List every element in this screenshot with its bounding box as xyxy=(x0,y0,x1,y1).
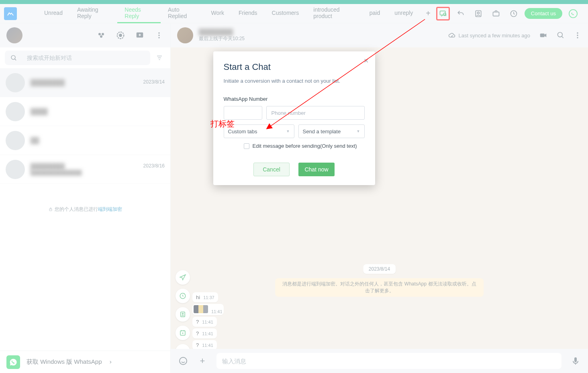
mic-icon[interactable] xyxy=(570,356,581,366)
message-time: 11:41 xyxy=(202,320,213,324)
tab-introduced-product[interactable]: introduced product xyxy=(306,4,362,23)
chat-item-avatar xyxy=(6,131,25,150)
chat-now-button[interactable]: Chat now xyxy=(298,163,335,176)
svg-point-6 xyxy=(569,9,577,17)
modal-number-label: WhatsApp Number xyxy=(224,96,365,102)
contact-us-button[interactable]: Contact us xyxy=(525,8,562,19)
chat-item-avatar xyxy=(6,160,25,179)
svg-point-11 xyxy=(119,34,122,37)
left-header-tools xyxy=(96,31,164,40)
side-contact-icon[interactable] xyxy=(176,307,190,322)
compose-bar: + xyxy=(171,349,588,373)
chat-item-name: ████ xyxy=(31,108,48,115)
svg-rect-18 xyxy=(540,33,545,37)
svg-rect-29 xyxy=(574,357,577,362)
phone-number-input[interactable] xyxy=(266,106,365,120)
checkbox-icon[interactable] xyxy=(244,143,249,149)
tab-unread[interactable]: Unread xyxy=(37,4,70,23)
chat-menu-icon[interactable] xyxy=(574,31,582,39)
svg-point-22 xyxy=(577,37,578,38)
chat-item-name: ██ xyxy=(31,137,39,144)
message-bubble[interactable]: hi11:37 xyxy=(192,292,218,302)
tab-auto-replied[interactable]: Auto Replied xyxy=(161,4,204,23)
add-tab-button[interactable]: + xyxy=(420,9,436,18)
svg-point-3 xyxy=(477,12,479,14)
left-footer[interactable]: 获取 Windows 版 WhatsApp xyxy=(0,351,170,373)
svg-rect-17 xyxy=(49,209,52,211)
custom-tabs-label: Custom tabs xyxy=(228,128,257,135)
tab-awaiting-reply[interactable]: Awaiting Reply xyxy=(70,4,117,23)
chat-list-item[interactable]: ████ xyxy=(0,97,170,126)
status-icon[interactable] xyxy=(116,31,125,40)
start-chat-modal: ✕ Start a Chat Initiate a conversion wit… xyxy=(213,51,375,185)
toolbar-right: Contact us xyxy=(436,7,584,20)
chat-list-item[interactable]: ████████2023/8/14 xyxy=(0,68,170,97)
chat-title: ████████ xyxy=(199,29,245,35)
tab-friends[interactable]: Friends xyxy=(231,4,265,23)
briefcase-icon[interactable] xyxy=(489,7,503,20)
message-bubble[interactable]: ?11:41 xyxy=(192,340,217,349)
message-time: 11:37 xyxy=(203,295,214,300)
start-chat-icon[interactable] xyxy=(436,7,450,20)
svg-point-16 xyxy=(11,55,15,59)
chat-list-item[interactable]: ███████████████████████2023/8/16 xyxy=(0,155,170,184)
chat-list-item[interactable]: ██ xyxy=(0,126,170,155)
tabs-container: UnreadAwaiting ReplyNeeds ReplyAuto Repl… xyxy=(37,4,420,23)
chat-list: ████████2023/8/14███████████████████████… xyxy=(0,68,170,198)
send-template-select[interactable]: Send a template ▼ xyxy=(298,124,365,138)
new-chat-icon[interactable] xyxy=(135,31,145,40)
menu-dots-icon[interactable] xyxy=(154,31,164,40)
svg-point-9 xyxy=(100,35,102,38)
message-bubble[interactable]: ?11:41 xyxy=(192,328,217,338)
tab-paid[interactable]: paid xyxy=(362,4,387,23)
reply-icon[interactable] xyxy=(454,7,468,20)
top-tab-bar: UnreadAwaiting ReplyNeeds ReplyAuto Repl… xyxy=(0,4,588,23)
tab-work[interactable]: Work xyxy=(204,4,231,23)
chat-avatar[interactable] xyxy=(177,27,193,43)
date-chip: 2023/8/14 xyxy=(363,264,396,274)
top-stripe xyxy=(0,0,588,4)
cancel-button[interactable]: Cancel xyxy=(253,163,290,176)
search-box[interactable] xyxy=(5,51,150,65)
search-in-chat-icon[interactable] xyxy=(557,31,565,39)
message-time: 11:41 xyxy=(202,343,213,348)
message-bubble[interactable]: ?11:41 xyxy=(192,317,217,327)
tab-unreply[interactable]: unreply xyxy=(387,4,420,23)
security-banner[interactable]: 消息都是进行端到端加密。对话之外的任何人，甚至包含 WhatsApp 都无法读取… xyxy=(275,278,484,297)
video-call-icon[interactable] xyxy=(539,31,548,40)
filter-icon[interactable] xyxy=(153,52,165,64)
side-calendar-icon[interactable] xyxy=(176,326,190,340)
modal-subtitle: Initiate a conversion with a contact not… xyxy=(224,78,365,84)
clock-icon[interactable] xyxy=(507,7,521,20)
tab-needs-reply[interactable]: Needs Reply xyxy=(117,4,161,23)
svg-point-15 xyxy=(158,37,159,38)
country-code-select[interactable] xyxy=(224,106,262,120)
modal-close-icon[interactable]: ✕ xyxy=(361,55,371,67)
chevron-down-icon: ▼ xyxy=(357,129,360,133)
whatsapp-badge-icon xyxy=(6,355,20,369)
message-image-thumb xyxy=(194,305,208,313)
left-panel: ████████2023/8/14███████████████████████… xyxy=(0,23,171,373)
message-text: hi xyxy=(196,294,200,300)
my-avatar[interactable] xyxy=(6,27,22,43)
message-bubbles: hi11:3711:41?11:41?11:41?11:41 xyxy=(192,292,224,349)
chat-item-avatar xyxy=(6,73,25,92)
custom-tabs-select[interactable]: Custom tabs ▼ xyxy=(224,124,294,138)
attach-icon[interactable]: + xyxy=(197,356,208,366)
tab-customers[interactable]: Customers xyxy=(265,4,306,23)
side-folder-icon[interactable] xyxy=(176,344,190,349)
edit-before-send-row[interactable]: Edit message before sending(Only send te… xyxy=(244,143,365,149)
encryption-notice: 您的个人消息已进行端到端加密 xyxy=(0,198,170,221)
emoji-icon[interactable] xyxy=(178,356,188,366)
side-send-icon[interactable] xyxy=(176,270,190,285)
sync-status: Last synced a few minutes ago xyxy=(448,32,531,39)
message-bubble[interactable]: 11:41 xyxy=(192,304,224,315)
left-header xyxy=(0,23,170,47)
search-input[interactable] xyxy=(27,55,145,61)
compose-input[interactable] xyxy=(216,353,561,369)
side-schedule-icon[interactable] xyxy=(176,289,190,303)
communities-icon[interactable] xyxy=(96,31,106,40)
contact-card-icon[interactable] xyxy=(472,7,485,20)
encryption-link[interactable]: 端到端加密 xyxy=(98,206,122,212)
whatsapp-round-icon[interactable] xyxy=(566,7,580,20)
